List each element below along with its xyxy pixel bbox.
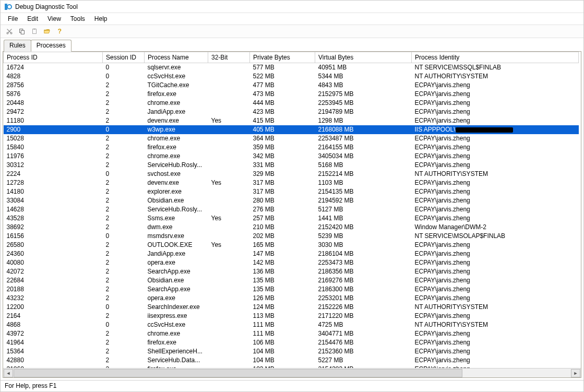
menu-view[interactable]: View — [43, 14, 65, 23]
table-row[interactable]: 294722JandiApp.exe423 MB2194789 MBECPAY\… — [4, 108, 579, 116]
cell-name: JandiApp.exe — [145, 108, 208, 116]
cell-32bit — [208, 347, 250, 356]
table-row[interactable]: 153642ShellExperienceH...104 MB2152360 M… — [4, 347, 579, 356]
scroll-right-arrow-icon[interactable]: ► — [571, 369, 580, 377]
cell-session: 2 — [103, 329, 145, 338]
tab-processes[interactable]: Processes — [31, 40, 71, 52]
table-row[interactable]: 146282ServiceHub.Rosly...276 MB5127 MBEC… — [4, 205, 579, 214]
table-row[interactable]: 22240svchost.exe329 MB2152214 MBNT AUTHO… — [4, 170, 579, 179]
table-row[interactable]: 287562TGitCache.exe477 MB4843 MBECPAY\ja… — [4, 81, 579, 90]
cell-session: 2 — [103, 294, 145, 303]
cell-pid: 4868 — [4, 320, 103, 329]
table-row[interactable]: 432322opera.exe126 MB2253201 MBECPAY\jar… — [4, 294, 579, 303]
cell-private: 280 MB — [250, 196, 315, 205]
cell-virtual: 2171220 MB — [315, 312, 412, 320]
cell-virtual: 1441 MB — [315, 214, 412, 223]
table-row[interactable]: 303122ServiceHub.Rosly...331 MB5168 MBEC… — [4, 161, 579, 170]
cell-name: ccSvcHst.exe — [145, 72, 208, 81]
cell-identity: ECPAY\jarvis.zheng — [412, 276, 579, 285]
process-table-scroll[interactable]: Process ID Session ID Process Name 32-Bi… — [3, 52, 581, 368]
table-row[interactable]: 226842Obsidian.exe135 MB2169276 MBECPAY\… — [4, 276, 579, 285]
horizontal-scrollbar[interactable]: ◄ ► — [3, 368, 581, 377]
cell-session: 2 — [103, 179, 145, 187]
cell-name: TGitCache.exe — [145, 81, 208, 90]
paste-icon[interactable] — [30, 27, 39, 36]
table-row[interactable]: 141802explorer.exe317 MB2154135 MBECPAY\… — [4, 187, 579, 196]
scroll-thumb[interactable] — [14, 369, 462, 377]
table-row[interactable]: 119762chrome.exe342 MB3405034 MBECPAY\ja… — [4, 152, 579, 161]
table-row[interactable]: 161560msmdsrv.exe202 MB5239 MBNT SERVICE… — [4, 232, 579, 241]
table-row[interactable]: 48280ccSvcHst.exe522 MB5344 MBNT AUTHORI… — [4, 72, 579, 81]
menu-file[interactable]: File — [4, 14, 22, 23]
cell-session: 2 — [103, 214, 145, 223]
col-virtual-bytes[interactable]: Virtual Bytes — [315, 52, 412, 63]
table-row[interactable]: 420722SearchApp.exe136 MB2186356 MBECPAY… — [4, 267, 579, 276]
cell-identity: NT AUTHORITY\SYSTEM — [412, 72, 579, 81]
cell-private: 147 MB — [250, 250, 315, 258]
cell-32bit — [208, 294, 250, 303]
col-process-id[interactable]: Process ID — [4, 52, 103, 63]
table-row[interactable]: 158402firefox.exe359 MB2164155 MBECPAY\j… — [4, 143, 579, 152]
cell-private: 124 MB — [250, 303, 315, 312]
cell-identity: ECPAY\jarvis.zheng — [412, 116, 579, 125]
cell-private: 317 MB — [250, 187, 315, 196]
col-process-name[interactable]: Process Name — [145, 52, 208, 63]
cell-32bit — [208, 338, 250, 347]
col-private-bytes[interactable]: Private Bytes — [250, 52, 315, 63]
cell-virtual: 2194789 MB — [315, 108, 412, 116]
redacted-text — [456, 127, 513, 133]
table-row[interactable]: 386922dwm.exe210 MB2152420 MBWindow Mana… — [4, 223, 579, 232]
col-32bit[interactable]: 32-Bit — [208, 52, 250, 63]
cell-pid: 4828 — [4, 72, 103, 81]
table-row[interactable]: 428802ServiceHub.Data...104 MB5227 MBECP… — [4, 356, 579, 365]
cell-virtual: 5168 MB — [315, 161, 412, 170]
help-icon[interactable]: ? — [55, 27, 64, 36]
cell-identity: NT SERVICE\MSOLAP$FINLAB — [412, 232, 579, 241]
cell-virtual: 1103 MB — [315, 179, 412, 187]
app-icon — [4, 3, 12, 11]
cell-identity: ECPAY\jarvis.zheng — [412, 205, 579, 214]
cell-name: chrome.exe — [145, 99, 208, 108]
table-row[interactable]: 29000w3wp.exe405 MB2168088 MBIIS APPPOOL… — [4, 125, 579, 134]
menu-edit[interactable]: Edit — [23, 14, 42, 23]
cell-name: ServiceHub.Data... — [145, 356, 208, 365]
cell-session: 2 — [103, 250, 145, 258]
scroll-left-arrow-icon[interactable]: ◄ — [4, 369, 13, 377]
cell-identity: ECPAY\jarvis.zheng — [412, 312, 579, 320]
table-row[interactable]: 265802OUTLOOK.EXEYes165 MB3030 MBECPAY\j… — [4, 241, 579, 250]
table-row[interactable]: 435282Ssms.exeYes257 MB1441 MBECPAY\jarv… — [4, 214, 579, 223]
cut-icon[interactable] — [5, 27, 14, 36]
cell-virtual: 2152214 MB — [315, 170, 412, 179]
cell-32bit — [208, 223, 250, 232]
copy-icon[interactable] — [17, 27, 27, 36]
cell-private: 415 MB — [250, 116, 315, 125]
menu-help[interactable]: Help — [90, 14, 112, 23]
table-row[interactable]: 21642iisexpress.exe113 MB2171220 MBECPAY… — [4, 312, 579, 320]
table-row[interactable]: 58762firefox.exe473 MB2152975 MBECPAY\ja… — [4, 90, 579, 99]
cell-pid: 12200 — [4, 303, 103, 312]
table-row[interactable]: 201882SearchApp.exe135 MB2186300 MBECPAY… — [4, 285, 579, 294]
table-row[interactable]: 204482chrome.exe444 MB2253945 MBECPAY\ja… — [4, 99, 579, 108]
cell-session: 2 — [103, 312, 145, 320]
cell-32bit — [208, 63, 250, 72]
cell-identity: ECPAY\jarvis.zheng — [412, 99, 579, 108]
cell-32bit: Yes — [208, 214, 250, 223]
cell-identity: ECPAY\jarvis.zheng — [412, 329, 579, 338]
table-row[interactable]: 48680ccSvcHst.exe111 MB4725 MBNT AUTHORI… — [4, 320, 579, 329]
table-row[interactable]: 167240sqlservr.exe577 MB40951 MBNT SERVI… — [4, 63, 579, 72]
table-row[interactable]: 330842Obsidian.exe280 MB2194592 MBECPAY\… — [4, 196, 579, 205]
col-session-id[interactable]: Session ID — [103, 52, 145, 63]
table-row[interactable]: 439722chrome.exe111 MB3404771 MBECPAY\ja… — [4, 329, 579, 338]
tab-rules[interactable]: Rules — [4, 40, 31, 52]
col-process-identity[interactable]: Process Identity — [412, 52, 579, 63]
menu-tools[interactable]: Tools — [66, 14, 89, 23]
table-row[interactable]: 243602JandiApp.exe147 MB2186104 MBECPAY\… — [4, 250, 579, 258]
cell-private: 522 MB — [250, 72, 315, 81]
table-row[interactable]: 400802opera.exe142 MB2253473 MBECPAY\jar… — [4, 258, 579, 267]
folder-open-icon[interactable] — [42, 27, 52, 36]
table-row[interactable]: 150282chrome.exe364 MB2253487 MBECPAY\ja… — [4, 134, 579, 143]
table-row[interactable]: 111802devenv.exeYes415 MB1298 MBECPAY\ja… — [4, 116, 579, 125]
table-row[interactable]: 127282devenv.exeYes317 MB1103 MBECPAY\ja… — [4, 179, 579, 187]
table-row[interactable]: 419642firefox.exe106 MB2154476 MBECPAY\j… — [4, 338, 579, 347]
table-row[interactable]: 122000SearchIndexer.exe124 MB2152226 MBN… — [4, 303, 579, 312]
